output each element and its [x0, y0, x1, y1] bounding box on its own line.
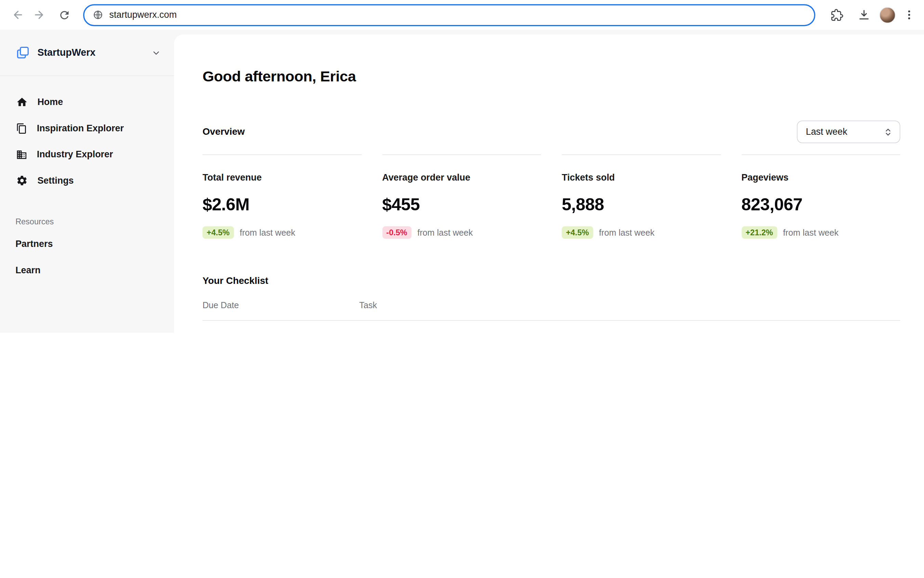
extensions-button[interactable]	[825, 3, 848, 27]
stat-delta-badge: +21.2%	[741, 226, 777, 239]
sidebar-item-partners[interactable]: Partners	[0, 231, 174, 257]
sidebar-item-learn[interactable]: Learn	[0, 257, 174, 283]
page-greeting: Good afternoon, Erica	[203, 34, 900, 85]
sidebar-item-label: Home	[37, 97, 63, 107]
overview-title: Overview	[203, 127, 245, 137]
gear-icon	[16, 175, 28, 187]
sidebar-item-label: Settings	[37, 175, 73, 186]
forward-button[interactable]	[28, 3, 52, 27]
stat-total-revenue: Total revenue $2.6M +4.5% from last week	[203, 154, 361, 239]
sidebar-item-label: Learn	[15, 265, 41, 275]
url-text: startupwerx.com	[109, 10, 177, 20]
browser-toolbar: startupwerx.com	[0, 0, 924, 30]
table-row[interactable]: Today 📋 Complete business registration p…	[203, 321, 900, 333]
kebab-menu-icon	[903, 9, 915, 21]
stat-value: 823,067	[741, 195, 900, 214]
sidebar-item-industry-explorer[interactable]: Industry Explorer	[0, 141, 174, 167]
sidebar: StartupWerx Home Inspiration Explorer In…	[0, 30, 174, 333]
checklist-header-row: Due Date Task	[203, 290, 900, 320]
stat-value: 5,888	[562, 195, 721, 214]
stat-label: Tickets sold	[562, 172, 721, 183]
stat-value: $2.6M	[203, 195, 361, 214]
brand-logo-icon	[15, 45, 30, 60]
resources-section-label: Resources	[0, 218, 174, 226]
downloads-button[interactable]	[852, 3, 876, 27]
select-chevrons-icon	[883, 127, 893, 136]
building-icon	[16, 149, 28, 160]
sidebar-item-label: Partners	[15, 239, 53, 249]
period-select[interactable]: Last week	[797, 121, 900, 143]
column-header-task: Task	[360, 300, 900, 310]
stat-label: Average order value	[382, 172, 541, 183]
stat-delta-badge: +4.5%	[562, 226, 593, 239]
column-header-due-date: Due Date	[203, 300, 359, 310]
address-bar[interactable]: startupwerx.com	[83, 4, 815, 26]
checklist-title: Your Checklist	[203, 276, 900, 286]
stat-note: from last week	[783, 228, 838, 237]
refresh-button[interactable]	[52, 3, 76, 27]
sidebar-item-settings[interactable]: Settings	[0, 167, 174, 193]
stat-value: $455	[382, 195, 541, 214]
forward-icon	[34, 8, 47, 21]
checklist-section: Your Checklist Due Date Task Today 📋 Com…	[203, 276, 900, 333]
browser-window: startupwerx.com StartupWerx	[0, 0, 924, 333]
stat-tickets-sold: Tickets sold 5,888 +4.5% from last week	[562, 154, 721, 239]
extensions-icon	[830, 8, 843, 21]
main-content: Good afternoon, Erica Overview Last week…	[174, 30, 924, 333]
home-icon	[16, 96, 28, 108]
profile-avatar[interactable]	[880, 7, 896, 23]
stat-note: from last week	[417, 228, 473, 237]
stats-grid: Total revenue $2.6M +4.5% from last week…	[203, 154, 900, 239]
stat-pageviews: Pageviews 823,067 +21.2% from last week	[741, 154, 900, 239]
stat-label: Pageviews	[741, 172, 900, 183]
sidebar-item-label: Industry Explorer	[37, 149, 113, 160]
stat-note: from last week	[599, 228, 655, 237]
period-select-value: Last week	[806, 127, 847, 137]
sidebar-item-home[interactable]: Home	[0, 89, 174, 115]
refresh-icon	[58, 8, 70, 21]
brand-name: StartupWerx	[37, 47, 151, 58]
browser-menu-button[interactable]	[899, 3, 919, 27]
stat-delta-badge: +4.5%	[203, 226, 233, 239]
stat-delta-badge: -0.5%	[382, 226, 412, 239]
site-globe-icon	[93, 10, 103, 20]
copy-icon	[16, 123, 28, 134]
back-icon	[10, 8, 23, 21]
download-icon	[858, 8, 871, 21]
back-button[interactable]	[5, 3, 28, 27]
checklist-table: Due Date Task Today 📋 Complete business …	[203, 290, 900, 333]
sidebar-item-inspiration-explorer[interactable]: Inspiration Explorer	[0, 115, 174, 141]
workspace-switcher[interactable]: StartupWerx	[0, 30, 174, 76]
chevron-down-icon	[151, 48, 161, 57]
sidebar-item-label: Inspiration Explorer	[37, 123, 124, 133]
stat-average-order-value: Average order value $455 -0.5% from last…	[382, 154, 541, 239]
stat-label: Total revenue	[203, 172, 361, 183]
stat-note: from last week	[240, 228, 295, 237]
